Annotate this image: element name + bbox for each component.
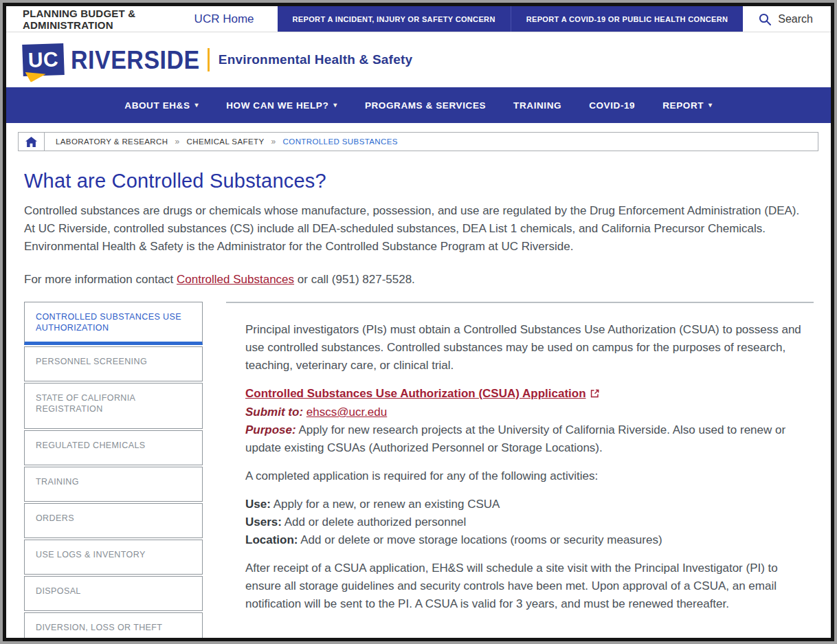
content-columns: CONTROLLED SUBSTANCES USE AUTHORIZATION …: [24, 302, 814, 641]
sidebar-item-label: DISPOSAL: [36, 586, 81, 596]
nav-covid-19[interactable]: COVID-19: [589, 100, 635, 111]
sidebar-item-personnel-screening[interactable]: PERSONNEL SCREENING: [24, 346, 203, 381]
sidebar-item-controlled-substances-use-authorization[interactable]: CONTROLLED SUBSTANCES USE AUTHORIZATION: [24, 302, 203, 345]
sidebar-item-label: PERSONNEL SCREENING: [36, 357, 147, 366]
users-text: Add or delete authorized personnel: [282, 515, 466, 529]
email-link[interactable]: ehscs@ucr.edu: [306, 406, 387, 419]
sidebar-item-label: ORDERS: [36, 513, 74, 523]
contact-suffix: or call (951) 827-5528.: [294, 273, 415, 286]
search-icon: [758, 12, 772, 26]
csua-application-link[interactable]: Controlled Substances Use Authorization …: [245, 387, 586, 400]
location-text: Add or delete or move storage locations …: [298, 533, 662, 546]
page-title: What are Controlled Substances?: [24, 170, 803, 192]
sidebar-item-label: TRAINING: [36, 477, 79, 487]
purpose-line: Purpose: Apply for new research projects…: [245, 421, 814, 457]
logo-uc-monogram: UC: [27, 47, 59, 72]
sidebar-item-orders[interactable]: ORDERS: [24, 503, 203, 538]
gold-divider: [208, 48, 210, 71]
org-title: PLANNING BUDGET & ADMINISTRATION: [6, 8, 194, 31]
breadcrumb-separator: »: [175, 137, 180, 146]
purpose-text: Apply for new research projects at the U…: [245, 423, 785, 454]
ucr-logo[interactable]: UC: [22, 43, 65, 76]
csua-application-line: Controlled Substances Use Authorization …: [245, 385, 814, 403]
nav-training[interactable]: TRAINING: [513, 100, 561, 111]
breadcrumb: LABORATORY & RESEARCH » CHEMICAL SAFETY …: [18, 132, 818, 151]
sidebar-item-state-of-california-registration[interactable]: STATE OF CALIFORNIA REGISTRATION: [24, 383, 203, 429]
breadcrumb-chemical-safety[interactable]: CHEMICAL SAFETY: [187, 137, 265, 146]
contact-prefix: For more information contact: [24, 273, 177, 286]
nav-label: COVID-19: [589, 100, 635, 111]
breadcrumb-separator: »: [271, 137, 276, 146]
search-label: Search: [778, 13, 813, 25]
home-icon: [25, 137, 37, 147]
breadcrumb-laboratory-research[interactable]: LABORATORY & RESEARCH: [56, 137, 168, 146]
location-label: Location:: [245, 533, 298, 546]
activity-users-line: Users: Add or delete authorized personne…: [245, 513, 814, 531]
users-label: Users:: [245, 515, 282, 529]
site-title[interactable]: Environmental Health & Safety: [219, 52, 412, 67]
nav-how-can-we-help[interactable]: HOW CAN WE HELP? ▾: [226, 100, 337, 111]
sidebar-item-disposal[interactable]: DISPOSAL: [24, 576, 203, 611]
use-text: Apply for a new, or renew an existing CS…: [271, 498, 500, 511]
activity-use-line: Use: Apply for a new, or renew an existi…: [245, 496, 814, 513]
report-covid-button[interactable]: REPORT A COVID-19 OR PUBLIC HEALTH CONCE…: [511, 6, 744, 32]
logo-riverside-wordmark: RIVERSIDE: [71, 45, 200, 74]
chevron-down-icon: ▾: [708, 102, 713, 109]
closing-paragraph: After receipt of a CSUA application, EH&…: [245, 559, 814, 613]
external-link-icon: [590, 386, 599, 403]
browser-page: PLANNING BUDGET & ADMINISTRATION UCR Hom…: [3, 3, 834, 641]
search-button[interactable]: Search: [743, 6, 831, 32]
nav-label: TRAINING: [513, 100, 561, 111]
report-buttons-group: REPORT A INCIDENT, INJURY OR SAFETY CONC…: [278, 6, 744, 32]
report-incident-button[interactable]: REPORT A INCIDENT, INJURY OR SAFETY CONC…: [278, 6, 511, 32]
controlled-substances-contact-link[interactable]: Controlled Substances: [177, 273, 294, 286]
sidebar-item-diversion-loss-or-theft[interactable]: DIVERSION, LOSS OR THEFT: [24, 612, 203, 641]
sidebar-item-training[interactable]: TRAINING: [24, 467, 203, 502]
csua-intro-paragraph: Principal investigators (PIs) must obtai…: [245, 321, 814, 375]
nav-label: ABOUT EH&S: [124, 100, 190, 111]
sidebar-item-label: STATE OF CALIFORNIA REGISTRATION: [36, 393, 135, 414]
sidebar-item-label: USE LOGS & INVENTORY: [36, 550, 146, 559]
top-utility-bar: PLANNING BUDGET & ADMINISTRATION UCR Hom…: [6, 6, 831, 32]
nav-label: REPORT: [662, 100, 704, 111]
chevron-down-icon: ▾: [333, 102, 337, 109]
chevron-down-icon: ▾: [195, 102, 199, 109]
main-navigation: ABOUT EH&S ▾ HOW CAN WE HELP? ▾ PROGRAMS…: [6, 87, 831, 123]
ucr-home-link[interactable]: UCR Home: [194, 12, 254, 26]
activities-intro: A completed application is required for …: [245, 467, 814, 485]
breadcrumb-controlled-substances[interactable]: CONTROLLED SUBSTANCES: [283, 137, 398, 146]
submit-to-label: Submit to:: [245, 406, 303, 419]
nav-label: HOW CAN WE HELP?: [226, 100, 328, 111]
purpose-label: Purpose:: [245, 423, 296, 436]
section-content: Principal investigators (PIs) must obtai…: [226, 302, 814, 634]
sidebar-item-use-logs-inventory[interactable]: USE LOGS & INVENTORY: [24, 540, 203, 575]
section-sidebar: CONTROLLED SUBSTANCES USE AUTHORIZATION …: [24, 302, 203, 641]
nav-label: PROGRAMS & SERVICES: [365, 100, 486, 111]
contact-line: For more information contact Controlled …: [24, 271, 801, 289]
intro-paragraph: Controlled substances are drugs or chemi…: [24, 202, 801, 256]
breadcrumb-home-link[interactable]: [19, 133, 45, 151]
sidebar-item-label: DIVERSION, LOSS OR THEFT: [36, 623, 162, 632]
sidebar-item-label: REGULATED CHEMICALS: [36, 441, 145, 450]
submit-to-line: Submit to: ehscs@ucr.edu: [245, 403, 814, 421]
sidebar-item-regulated-chemicals[interactable]: REGULATED CHEMICALS: [24, 430, 203, 465]
nav-report[interactable]: REPORT ▾: [662, 100, 712, 111]
nav-programs-services[interactable]: PROGRAMS & SERVICES: [365, 100, 486, 111]
brand-header: UC RIVERSIDE Environmental Health & Safe…: [6, 32, 831, 87]
sidebar-item-label: CONTROLLED SUBSTANCES USE AUTHORIZATION: [36, 312, 181, 333]
use-label: Use:: [245, 498, 271, 511]
activity-location-line: Location: Add or delete or move storage …: [245, 531, 814, 549]
nav-about-ehs[interactable]: ABOUT EH&S ▾: [124, 100, 199, 111]
